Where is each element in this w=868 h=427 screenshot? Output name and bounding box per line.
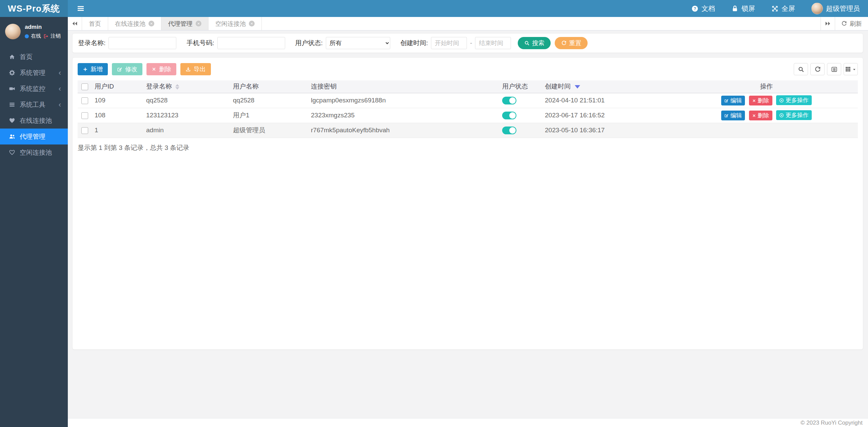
tab-home[interactable]: 首页 (82, 17, 108, 30)
pagination-summary: 显示第 1 到第 3 条记录，总共 3 条记录 (78, 143, 858, 152)
select-all-checkbox[interactable] (81, 83, 88, 90)
tab-label: 代理管理 (168, 20, 193, 28)
column-header-user-name: 用户名称 (230, 80, 308, 93)
sidebar-avatar[interactable] (5, 24, 21, 39)
nav-lockscreen-button[interactable]: 锁屏 (723, 0, 763, 17)
delete-button[interactable]: 删除 (146, 63, 176, 75)
chevron-left-icon: ‹ (59, 101, 61, 109)
add-button-label: 新增 (91, 65, 103, 73)
end-time-input[interactable] (475, 37, 511, 49)
created-time-label: 创建时间: (400, 39, 428, 47)
show-search-button[interactable] (794, 63, 808, 75)
date-range-separator: - (470, 39, 472, 47)
nav-docs-button[interactable]: 文档 (683, 0, 723, 17)
sidebar-user-panel: admin 在线 注销 (0, 17, 68, 47)
user-status-toggle[interactable] (502, 127, 516, 134)
column-header-login-name[interactable]: 登录名称 (143, 80, 230, 93)
sidebar-item-label: 系统监控 (20, 84, 45, 93)
login-name-input[interactable] (108, 37, 176, 49)
row-delete-button[interactable]: 删除 (749, 111, 772, 120)
add-button[interactable]: 新增 (78, 63, 108, 75)
row-more-button[interactable]: 更多操作 (776, 110, 812, 120)
search-button[interactable]: 搜索 (518, 37, 551, 49)
edit-icon (724, 98, 729, 103)
user-status-toggle[interactable] (502, 97, 516, 104)
cell-user-name: 用户1 (230, 108, 308, 123)
start-time-input[interactable] (431, 37, 467, 49)
nav-user-label: 超级管理员 (826, 4, 860, 13)
sidebar-item-system-tools[interactable]: 系统工具 ‹ (0, 97, 68, 113)
delete-button-label: 删除 (159, 65, 171, 73)
tabs-scroll-right-button[interactable] (821, 17, 835, 30)
search-icon (524, 40, 530, 46)
tab-refresh-button[interactable]: 刷新 (835, 17, 868, 30)
table-toolbar: 新增 修改 删除 导出 (78, 63, 858, 75)
export-button[interactable]: 导出 (180, 63, 211, 75)
plus-icon (83, 67, 88, 72)
logout-link[interactable]: 注销 (51, 33, 61, 39)
double-right-icon (825, 20, 831, 27)
modify-button[interactable]: 修改 (112, 63, 142, 75)
app-logo[interactable]: WS-Pro系统 (0, 0, 68, 17)
tab-close-icon[interactable]: × (249, 21, 255, 26)
columns-dropdown-button[interactable] (844, 63, 858, 75)
play-circle-icon (779, 98, 784, 103)
sidebar-item-online-pool[interactable]: 在线连接池 (0, 113, 68, 129)
sidebar-item-label: 系统管理 (20, 69, 45, 77)
copyright-text: © 2023 RuoYi Copyright (801, 420, 863, 426)
row-edit-button[interactable]: 编辑 (721, 111, 745, 120)
column-header-created-time[interactable]: 创建时间 (542, 80, 675, 93)
row-checkbox[interactable] (81, 97, 88, 104)
toggle-view-button[interactable] (827, 63, 841, 75)
tabs-scroll-left-button[interactable] (68, 17, 82, 30)
sidebar-item-label: 系统工具 (20, 100, 45, 109)
nav-docs-label: 文档 (702, 4, 715, 13)
user-status-toggle[interactable] (502, 112, 516, 119)
nav-user-menu[interactable]: 超级管理员 (803, 0, 868, 17)
row-edit-button[interactable]: 编辑 (721, 96, 745, 105)
fullscreen-icon (771, 5, 778, 12)
edit-icon (724, 113, 729, 118)
user-status-select[interactable]: 所有 (326, 37, 390, 49)
double-left-icon (72, 20, 78, 27)
tab-refresh-label: 刷新 (850, 20, 862, 28)
sidebar-item-idle-pool[interactable]: 空闲连接池 (0, 144, 68, 160)
refresh-icon (814, 66, 821, 73)
row-delete-button[interactable]: 删除 (749, 96, 772, 105)
phone-number-input[interactable] (217, 37, 285, 49)
tab-online-pool[interactable]: 在线连接池 × (108, 17, 161, 30)
row-checkbox[interactable] (81, 112, 88, 119)
sidebar-item-system-management[interactable]: 系统管理 ‹ (0, 65, 68, 81)
sidebar: admin 在线 注销 首页 系统管理 ‹ 系统监控 ‹ 系统工具 ‹ (0, 17, 68, 427)
sidebar-item-agent-management[interactable]: 代理管理 (0, 129, 68, 144)
nav-fullscreen-label: 全屏 (782, 4, 795, 13)
home-icon (9, 54, 20, 60)
refresh-icon (561, 40, 567, 46)
sidebar-item-label: 在线连接池 (20, 116, 52, 125)
row-checkbox[interactable] (81, 127, 88, 134)
sidebar-item-system-monitor[interactable]: 系统监控 ‹ (0, 81, 68, 97)
column-header-user-id: 用户ID (92, 80, 143, 93)
tab-agent-management[interactable]: 代理管理 × (161, 17, 209, 30)
tab-idle-pool[interactable]: 空闲连接池 × (209, 17, 262, 30)
refresh-table-button[interactable] (810, 63, 825, 75)
column-header-actions: 操作 (675, 80, 858, 93)
cell-created-time: 2024-04-10 21:51:01 (542, 93, 675, 108)
tab-close-icon[interactable]: × (149, 21, 154, 26)
nav-fullscreen-button[interactable]: 全屏 (763, 0, 803, 17)
reset-button[interactable]: 重置 (555, 37, 588, 49)
row-more-button[interactable]: 更多操作 (776, 95, 812, 105)
grid-icon (845, 66, 851, 72)
cell-connection-key: 2323xmgzs235 (308, 108, 499, 123)
table-panel: 新增 修改 删除 导出 (72, 57, 863, 350)
tab-close-icon[interactable]: × (196, 21, 201, 26)
hamburger-icon (77, 4, 85, 13)
cell-created-time: 2023-06-17 16:16:52 (542, 108, 675, 123)
sign-out-icon (43, 34, 48, 39)
cell-user-name: qq2528 (230, 93, 308, 108)
sidebar-item-home[interactable]: 首页 (0, 49, 68, 65)
x-icon (152, 67, 156, 72)
page-footer: © 2023 RuoYi Copyright (68, 418, 868, 427)
sidebar-item-label: 首页 (20, 53, 33, 61)
sidebar-toggle-button[interactable] (68, 0, 94, 17)
